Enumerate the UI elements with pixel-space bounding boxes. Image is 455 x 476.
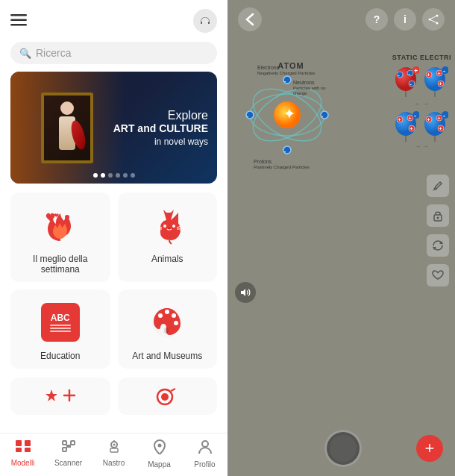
svg-rect-23: [16, 448, 22, 452]
abc-text-label: ABC: [51, 313, 70, 322]
grid-label-fire: Il meglio della settimana: [18, 254, 103, 275]
svg-point-6: [169, 228, 171, 230]
share-button[interactable]: [422, 8, 445, 31]
pen-tool-button[interactable]: [427, 175, 449, 197]
hero-line2: ART and CULTURE: [113, 122, 208, 135]
right-panel: ? i ATOM Electrons Negatively: [228, 0, 455, 476]
search-placeholder: Ricerca: [36, 47, 71, 59]
svg-line-38: [430, 16, 437, 19]
arrow-label-2: → →: [392, 143, 451, 150]
svg-point-3: [65, 215, 69, 219]
abc-book-graphic: ABC: [41, 303, 80, 342]
grid-item-education[interactable]: ABC Education: [10, 289, 110, 369]
svg-text:+: +: [427, 117, 430, 122]
category-grid: Il meglio della settimana: [0, 192, 228, 369]
right-top-bar: ? i: [228, 0, 455, 39]
svg-text:+: +: [437, 71, 440, 76]
grid-item-art[interactable]: Art and Museums: [118, 289, 218, 369]
grid-label-cat: Animals: [151, 254, 183, 264]
nav-item-mappa[interactable]: Mappa: [136, 439, 182, 469]
grid-item-cat[interactable]: Animals: [118, 192, 218, 282]
balloons-row-2: + + + -: [392, 109, 451, 142]
static-section: STATIC ELECTRI - -: [392, 54, 451, 150]
volume-button[interactable]: [235, 282, 256, 303]
reset-tool-button[interactable]: [427, 234, 449, 257]
right-sidebar-tools: [427, 175, 449, 286]
hero-banner[interactable]: Explore ART and CULTURE in novel ways: [10, 72, 217, 184]
svg-text:+: +: [408, 116, 411, 121]
grid-item-partial-1[interactable]: [10, 378, 110, 415]
svg-text:+: +: [398, 117, 401, 122]
svg-text:+: +: [410, 126, 412, 131]
help-button[interactable]: ?: [365, 8, 388, 31]
nav-label-mappa: Mappa: [148, 460, 171, 469]
nav-item-modelli[interactable]: Modelli: [0, 439, 46, 469]
back-button[interactable]: [238, 7, 262, 31]
svg-point-34: [202, 441, 208, 447]
balloons-row-1: - - - +: [392, 64, 451, 97]
neutrons-label: Neutrons Particles with no charge: [293, 80, 339, 95]
svg-point-30: [113, 444, 115, 446]
dot-5: [123, 173, 128, 178]
dot-6: [131, 173, 135, 178]
svg-point-12: [158, 313, 163, 318]
headphone-icon[interactable]: [193, 9, 217, 33]
right-bottom: +: [228, 422, 455, 476]
svg-point-33: [157, 444, 161, 448]
menu-icon[interactable]: [10, 13, 27, 30]
svg-point-5: [172, 225, 175, 228]
arrow-label-1: ← →: [392, 100, 451, 107]
shutter-inner: [330, 435, 357, 462]
painting-frame: [41, 93, 93, 163]
top-bar: [0, 0, 228, 42]
book-line-3: [50, 331, 71, 332]
partial-items: [0, 372, 228, 415]
hero-painting: [10, 72, 124, 184]
right-action-icons: ? i: [365, 8, 445, 31]
profilo-icon: [198, 439, 212, 458]
hero-line1: Explore: [113, 109, 208, 122]
ar-content: ATOM Electrons Negatively Charged Partic…: [228, 39, 455, 422]
svg-rect-27: [63, 448, 66, 451]
svg-point-14: [172, 313, 176, 318]
book-line-2: [50, 328, 71, 329]
book-icon: ABC: [38, 300, 83, 345]
like-tool-button[interactable]: [427, 264, 449, 286]
nav-label-scanner: Scanner: [54, 459, 82, 467]
svg-point-96: [437, 217, 439, 219]
add-button[interactable]: +: [416, 435, 443, 462]
nastro-icon: [107, 439, 122, 457]
svg-rect-25: [63, 441, 66, 445]
nav-label-nastro: Nastro: [103, 459, 125, 467]
svg-rect-2: [10, 24, 27, 26]
grid-item-fire[interactable]: Il meglio della settimana: [10, 192, 110, 282]
svg-rect-32: [110, 448, 118, 452]
svg-point-13: [165, 310, 169, 314]
svg-text:-: -: [443, 67, 445, 75]
svg-point-4: [163, 225, 166, 228]
svg-point-15: [174, 321, 178, 325]
nav-item-scanner[interactable]: Scanner: [46, 439, 91, 469]
left-panel: 🔍 Ricerca Explore ART and CULTURE in nov…: [0, 0, 228, 476]
svg-rect-22: [25, 440, 31, 446]
svg-line-39: [430, 19, 437, 23]
atom-section: ATOM Electrons Negatively Charged Partic…: [242, 61, 339, 159]
nav-item-profilo[interactable]: Profilo: [182, 439, 228, 469]
grid-label-art: Art and Museums: [132, 351, 202, 361]
dot-1: [93, 173, 98, 178]
dot-2: [101, 173, 105, 178]
book-lines: [50, 325, 71, 332]
nav-item-nastro[interactable]: Nastro: [91, 439, 136, 469]
search-icon: 🔍: [19, 48, 31, 59]
info-button[interactable]: i: [394, 8, 416, 31]
search-bar[interactable]: 🔍 Ricerca: [10, 42, 217, 64]
shutter-button[interactable]: [324, 430, 362, 467]
svg-text:+: +: [427, 72, 430, 78]
grid-item-partial-2[interactable]: [118, 378, 218, 415]
scanner-icon: [61, 439, 76, 457]
hero-dots: [93, 173, 135, 178]
book-line-1: [50, 325, 71, 326]
svg-text:+: +: [439, 81, 442, 87]
lock-tool-button[interactable]: [427, 204, 449, 227]
protons-label: Protons Positively Charged Particles: [254, 159, 310, 169]
